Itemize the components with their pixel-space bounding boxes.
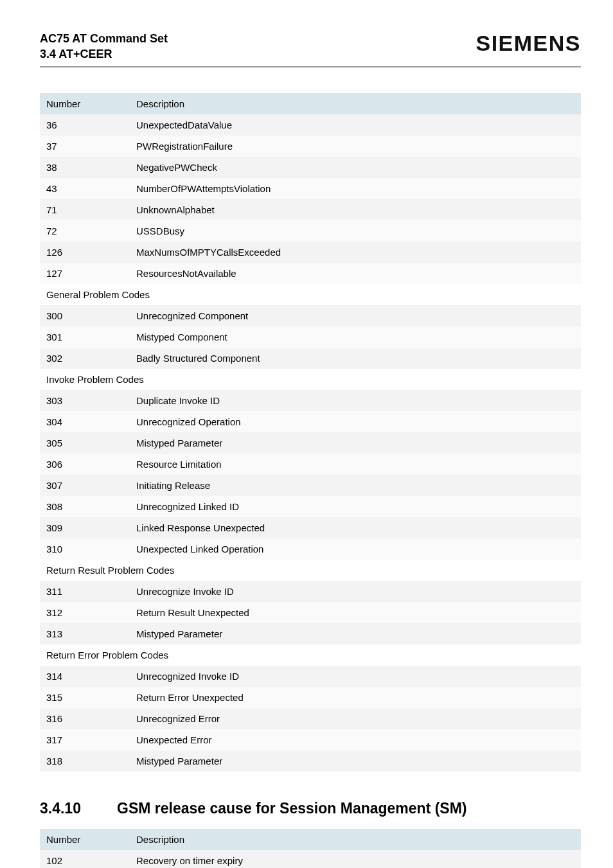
table-row: 318Mistyped Parameter	[40, 750, 581, 772]
section-label: Invoke Problem Codes	[40, 369, 581, 390]
doc-title: AC75 AT Command Set 3.4 AT+CEER	[40, 31, 168, 62]
table-row: 37PWRegistrationFailure	[40, 136, 581, 157]
cell-number: 302	[40, 348, 130, 369]
section-label: Return Result Problem Codes	[40, 560, 581, 581]
table-row: 311Unrecognize Invoke ID	[40, 581, 581, 602]
cell-description: UnknownAlphabet	[130, 199, 581, 220]
page-header: AC75 AT Command Set 3.4 AT+CEER SIEMENS	[40, 31, 581, 62]
cell-number: 315	[40, 687, 130, 708]
cell-description: Initiating Release	[130, 475, 581, 496]
table-row: 71UnknownAlphabet	[40, 199, 581, 220]
cell-description: NegativePWCheck	[130, 157, 581, 178]
section-label: General Problem Codes	[40, 284, 581, 305]
doc-title-line2: 3.4 AT+CEER	[40, 46, 168, 62]
cell-number: 312	[40, 602, 130, 623]
cell-description: Unrecognized Error	[130, 708, 581, 729]
cell-description: Unexpected Linked Operation	[130, 538, 581, 560]
cell-description: Unrecognized Operation	[130, 411, 581, 432]
table-header-row: Number Description	[40, 93, 581, 114]
table-row: 313Mistyped Parameter	[40, 623, 581, 644]
cell-description: Unexpected Error	[130, 729, 581, 750]
table-section-row: Return Error Problem Codes	[40, 644, 581, 666]
section-heading: 3.4.10GSM release cause for Session Mana…	[40, 800, 581, 817]
cell-description: Mistyped Parameter	[130, 623, 581, 644]
cell-description: UnexpectedDataValue	[130, 114, 581, 136]
table-row: 308Unrecognized Linked ID	[40, 496, 581, 517]
col-header-number: Number	[40, 93, 130, 114]
cell-number: 303	[40, 390, 130, 411]
table-row: 315Return Error Unexpected	[40, 687, 581, 708]
cell-number: 38	[40, 157, 130, 178]
table-row: 307Initiating Release	[40, 475, 581, 496]
cell-description: Recovery on timer expiry	[130, 850, 581, 868]
col-header-description: Description	[130, 829, 581, 850]
cell-description: Linked Response Unexpected	[130, 517, 581, 538]
cell-description: Mistyped Component	[130, 326, 581, 348]
cell-number: 37	[40, 136, 130, 157]
section-title-text: GSM release cause for Session Management…	[117, 800, 467, 817]
cell-number: 309	[40, 517, 130, 538]
cell-description: Unrecognized Linked ID	[130, 496, 581, 517]
table-row: 314Unrecognized Invoke ID	[40, 666, 581, 687]
table-row: 310Unexpected Linked Operation	[40, 538, 581, 560]
table-row: 102Recovery on timer expiry	[40, 850, 581, 868]
section-label: Return Error Problem Codes	[40, 644, 581, 666]
cell-number: 314	[40, 666, 130, 687]
cell-number: 313	[40, 623, 130, 644]
cell-number: 311	[40, 581, 130, 602]
cell-number: 102	[40, 850, 130, 868]
table-row: 304Unrecognized Operation	[40, 411, 581, 432]
cell-description: Mistyped Parameter	[130, 750, 581, 772]
table-row: 72USSDBusy	[40, 220, 581, 242]
cell-number: 43	[40, 178, 130, 199]
cell-number: 301	[40, 326, 130, 348]
cell-description: Unrecognized Invoke ID	[130, 666, 581, 687]
cell-description: Resource Limitation	[130, 454, 581, 475]
cell-number: 318	[40, 750, 130, 772]
cell-description: Return Result Unexpected	[130, 602, 581, 623]
table-row: 309Linked Response Unexpected	[40, 517, 581, 538]
doc-title-line1: AC75 AT Command Set	[40, 31, 168, 46]
cell-number: 317	[40, 729, 130, 750]
table-row: 300Unrecognized Component	[40, 305, 581, 326]
cell-number: 304	[40, 411, 130, 432]
table-row: 306Resource Limitation	[40, 454, 581, 475]
table-row: 302Badly Structured Component	[40, 348, 581, 369]
table-row: 126MaxNumsOfMPTYCallsExceeded	[40, 242, 581, 263]
table-row: 43NumberOfPWAttemptsViolation	[40, 178, 581, 199]
cell-description: PWRegistrationFailure	[130, 136, 581, 157]
table-row: 312Return Result Unexpected	[40, 602, 581, 623]
cell-number: 300	[40, 305, 130, 326]
table-row: 316Unrecognized Error	[40, 708, 581, 729]
cell-description: Unrecognize Invoke ID	[130, 581, 581, 602]
cell-number: 305	[40, 432, 130, 454]
cell-number: 310	[40, 538, 130, 560]
table-section-row: Return Result Problem Codes	[40, 560, 581, 581]
cell-description: USSDBusy	[130, 220, 581, 242]
cell-description: ResourcesNotAvailable	[130, 263, 581, 284]
cell-description: NumberOfPWAttemptsViolation	[130, 178, 581, 199]
cell-number: 71	[40, 199, 130, 220]
header-divider	[40, 66, 581, 67]
cell-number: 307	[40, 475, 130, 496]
table-header-row: Number Description	[40, 829, 581, 850]
cell-description: Unrecognized Component	[130, 305, 581, 326]
cell-number: 36	[40, 114, 130, 136]
section-number: 3.4.10	[40, 800, 117, 817]
cell-description: Badly Structured Component	[130, 348, 581, 369]
table-section-row: Invoke Problem Codes	[40, 369, 581, 390]
cell-number: 72	[40, 220, 130, 242]
table-row: 127ResourcesNotAvailable	[40, 263, 581, 284]
table-row: 301Mistyped Component	[40, 326, 581, 348]
table-row: 38NegativePWCheck	[40, 157, 581, 178]
brand-logo: SIEMENS	[475, 31, 581, 56]
table-row: 317Unexpected Error	[40, 729, 581, 750]
cell-number: 306	[40, 454, 130, 475]
cell-description: Duplicate Invoke ID	[130, 390, 581, 411]
table-row: 36UnexpectedDataValue	[40, 114, 581, 136]
cell-description: Return Error Unexpected	[130, 687, 581, 708]
table-section-row: General Problem Codes	[40, 284, 581, 305]
cell-description: Mistyped Parameter	[130, 432, 581, 454]
table-row: 305Mistyped Parameter	[40, 432, 581, 454]
col-header-description: Description	[130, 93, 581, 114]
